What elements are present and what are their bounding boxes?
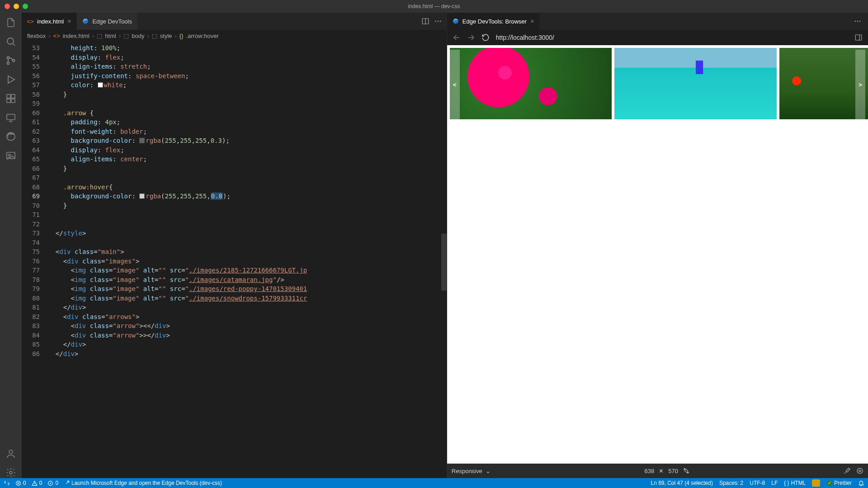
eyedropper-icon[interactable] <box>844 467 851 474</box>
code-content[interactable]: height: 100%; display: flex; align-items… <box>48 42 441 478</box>
maximize-window-button[interactable] <box>23 4 28 9</box>
brace-icon: {} <box>179 33 184 39</box>
device-mode-label: Responsive <box>452 468 482 474</box>
breadcrumbs[interactable]: flexbox › <> index.html › ⬚ html › ⬚ bod… <box>22 30 447 42</box>
code-editor[interactable]: 5354555657585960616263646566676869707172… <box>22 42 447 478</box>
encoding[interactable]: UTF-8 <box>750 480 765 486</box>
tab-edge-devtools[interactable]: Edge DevTools <box>77 13 137 30</box>
svg-rect-5 <box>11 94 15 98</box>
breadcrumb-item[interactable]: index.html <box>63 33 90 39</box>
ports-count: 0 <box>55 480 58 486</box>
carousel-prev-button[interactable]: < <box>450 50 460 120</box>
breadcrumb-item[interactable]: body <box>132 33 144 39</box>
run-debug-icon[interactable] <box>5 74 16 85</box>
back-icon[interactable] <box>453 33 462 42</box>
svg-point-2 <box>7 62 9 65</box>
tab-label: index.html <box>37 18 64 25</box>
media-icon[interactable] <box>5 150 16 161</box>
close-window-button[interactable] <box>5 4 10 9</box>
minimize-window-button[interactable] <box>14 4 19 9</box>
reload-icon[interactable] <box>481 33 491 42</box>
extensions-icon[interactable] <box>5 93 16 104</box>
chevron-right-icon: › <box>48 33 50 39</box>
language-label: HTML <box>791 480 806 486</box>
status-badge[interactable] <box>812 479 820 487</box>
scrollbar-thumb[interactable] <box>441 234 447 291</box>
dock-icon[interactable] <box>854 33 863 42</box>
tag-icon: ⬚ <box>152 33 157 39</box>
rotate-icon[interactable] <box>683 467 690 474</box>
html-file-icon: <> <box>27 18 33 24</box>
more-actions-icon[interactable] <box>854 17 862 25</box>
preview-image <box>450 48 612 119</box>
viewport-width[interactable]: 638 <box>644 468 654 474</box>
svg-point-21 <box>857 21 858 22</box>
language-mode[interactable]: { } HTML <box>784 480 806 486</box>
carousel-next-button[interactable]: > <box>855 50 865 120</box>
browser-viewport[interactable]: < > <box>447 45 868 464</box>
svg-point-16 <box>435 21 436 22</box>
activity-bar <box>0 13 22 478</box>
launch-hint-text: Launch Microsoft Edge and open the Edge … <box>71 480 222 486</box>
overview-ruler[interactable] <box>441 42 447 478</box>
settings-gear-icon[interactable] <box>5 467 16 478</box>
problems-warnings[interactable]: 0 <box>32 480 42 486</box>
inspect-icon[interactable] <box>856 467 863 474</box>
notifications-icon[interactable] <box>858 480 864 486</box>
ports-indicator[interactable]: 0 <box>47 480 58 486</box>
more-actions-icon[interactable] <box>434 17 442 25</box>
edge-icon <box>82 18 89 24</box>
search-icon[interactable] <box>5 36 16 47</box>
prettier-status[interactable]: ✓ Prettier <box>826 480 852 486</box>
errors-count: 0 <box>23 480 26 486</box>
close-tab-icon[interactable]: × <box>67 18 71 25</box>
tab-devtools-browser[interactable]: Edge DevTools: Browser × <box>447 13 540 30</box>
svg-point-28 <box>50 483 51 483</box>
dimension-separator-icon: ✕ <box>659 468 664 474</box>
problems-errors[interactable]: 0 <box>15 480 26 486</box>
brace-icon: { } <box>784 480 789 486</box>
cursor-position[interactable]: Ln 69, Col 47 (4 selected) <box>651 480 712 486</box>
prettier-label: Prettier <box>834 480 852 486</box>
device-toolbar: Responsive ⌄ 638 ✕ 570 <box>447 464 868 478</box>
url-bar[interactable]: http://localhost:3000/ <box>496 34 849 41</box>
svg-point-22 <box>859 21 860 22</box>
svg-point-11 <box>9 154 10 156</box>
preview-image <box>614 48 776 119</box>
explorer-icon[interactable] <box>5 17 16 28</box>
preview-image <box>779 48 868 119</box>
chevron-right-icon: › <box>147 33 149 39</box>
window-controls <box>5 4 28 9</box>
remote-indicator[interactable] <box>4 480 10 486</box>
close-tab-icon[interactable]: × <box>530 18 534 25</box>
svg-point-18 <box>440 21 441 22</box>
tab-index-html[interactable]: <> index.html × <box>22 13 77 30</box>
svg-rect-23 <box>855 35 862 40</box>
line-number-gutter: 5354555657585960616263646566676869707172… <box>22 42 48 478</box>
breadcrumb-item[interactable]: style <box>160 33 172 39</box>
remote-explorer-icon[interactable] <box>5 112 16 123</box>
svg-rect-8 <box>7 114 15 120</box>
edge-tools-icon[interactable] <box>5 131 16 142</box>
preview-gallery <box>447 45 868 122</box>
breadcrumb-item[interactable]: flexbox <box>27 33 46 39</box>
svg-point-24 <box>857 468 863 474</box>
accounts-icon[interactable] <box>5 448 16 459</box>
chevron-right-icon: › <box>92 33 94 39</box>
viewport-height[interactable]: 570 <box>668 468 678 474</box>
device-mode-select[interactable]: Responsive ⌄ <box>452 468 491 474</box>
launch-hint[interactable]: Launch Microsoft Edge and open the Edge … <box>64 480 222 486</box>
chevron-right-icon: › <box>175 33 177 39</box>
breadcrumb-item[interactable]: .arrow:hover <box>186 33 219 39</box>
breadcrumb-item[interactable]: html <box>105 33 116 39</box>
devtools-tabs: Edge DevTools: Browser × <box>447 13 868 30</box>
split-editor-icon[interactable] <box>421 17 429 25</box>
indentation[interactable]: Spaces: 2 <box>719 480 743 486</box>
check-icon: ✓ <box>826 480 832 486</box>
eol[interactable]: LF <box>771 480 778 486</box>
window-title: index.html — dev-css <box>408 3 460 9</box>
chevron-right-icon: › <box>119 33 121 39</box>
source-control-icon[interactable] <box>5 55 16 66</box>
svg-point-17 <box>438 21 439 22</box>
forward-icon[interactable] <box>467 33 476 42</box>
